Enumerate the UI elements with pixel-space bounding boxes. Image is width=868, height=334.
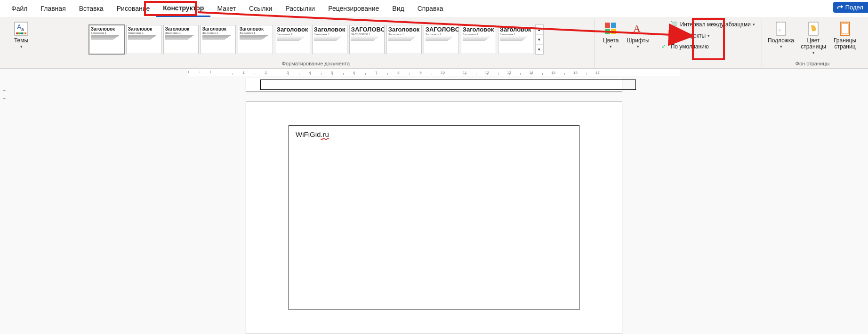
chevron-down-icon: ▾ <box>753 22 755 27</box>
paragraph-spacing-icon <box>671 21 678 28</box>
svg-text:a: a <box>21 27 24 32</box>
watermark-icon: A <box>773 21 789 37</box>
page-color-button[interactable]: Цвет страницы ▾ <box>797 19 830 58</box>
style-set-thumb[interactable]: ЗаголовокЗаголовок 1 <box>163 25 199 54</box>
group-label-formatting: Форматирование документа <box>282 60 350 68</box>
share-button[interactable]: Подел <box>833 2 868 13</box>
tab-mailings[interactable]: Рассылки <box>279 1 321 16</box>
gallery-up[interactable]: ▴ <box>536 25 543 35</box>
fonts-icon: A <box>630 21 646 37</box>
page-borders-label: Границы страниц <box>831 38 859 50</box>
fonts-button[interactable]: A Шрифты ▾ <box>625 19 652 52</box>
horizontal-ruler[interactable]: 1234567891011121314151617 <box>188 69 680 77</box>
tab-references[interactable]: Ссылки <box>242 1 279 16</box>
svg-point-13 <box>672 33 677 39</box>
svg-rect-4 <box>16 32 18 34</box>
svg-rect-6 <box>21 32 23 34</box>
svg-rect-8 <box>605 23 610 28</box>
paragraph-spacing-button[interactable]: Интервал между абзацами ▾ <box>660 20 756 29</box>
share-icon <box>837 4 844 11</box>
tab-view[interactable]: Вид <box>386 1 410 16</box>
chevron-down-icon: ▾ <box>637 44 639 50</box>
page-borders-icon <box>837 21 853 37</box>
style-set-thumb[interactable]: ЗаголовокЗаголовок 1 <box>498 25 533 54</box>
tab-home[interactable]: Главная <box>34 1 72 16</box>
set-default-label: По умолчанию <box>671 43 709 50</box>
chevron-down-icon: ▾ <box>812 50 815 56</box>
tab-review[interactable]: Рецензирование <box>321 1 386 16</box>
gallery-down[interactable]: ▾ <box>536 35 543 45</box>
set-default-button[interactable]: По умолчанию <box>660 42 756 51</box>
tab-draw[interactable]: Рисование <box>110 1 157 16</box>
document-area: 1234567891011121314151617 –– WiFiGid.ru <box>0 69 868 334</box>
ribbon-tabs: Файл Главная Вставка Рисование Конструкт… <box>0 0 868 17</box>
svg-text:A: A <box>633 23 641 34</box>
watermark-label: Подложка <box>768 38 794 44</box>
vertical-ruler: –– <box>0 87 10 101</box>
colors-button[interactable]: Цвета ▾ <box>597 19 625 52</box>
style-set-thumb[interactable]: ЗаголовокЗаголовок 1 <box>89 25 124 54</box>
share-label: Подел <box>845 4 863 11</box>
style-set-thumb[interactable]: ЗаголовокЗаголовок 1 <box>275 25 310 54</box>
page-color-icon <box>805 21 821 37</box>
themes-icon: Aa <box>13 21 29 37</box>
svg-rect-11 <box>611 29 616 34</box>
style-set-thumb[interactable]: ЗАГОЛОВОКЗАГОЛОВОК 1 <box>349 25 385 54</box>
colors-icon <box>603 21 619 37</box>
tab-layout[interactable]: Макет <box>210 1 242 16</box>
chevron-down-icon: ▾ <box>780 44 782 50</box>
effects-button[interactable]: Эффекты ▾ <box>660 31 756 40</box>
svg-rect-9 <box>611 23 616 28</box>
tab-insert[interactable]: Вставка <box>72 1 110 16</box>
style-set-thumb[interactable]: ЗАГОЛОВОКЗаголовок 1 <box>424 25 459 54</box>
style-set-thumb[interactable]: ЗаголовокЗаголовок 1 <box>461 25 496 54</box>
page-color-label: Цвет страницы <box>798 38 829 50</box>
chevron-down-icon: ▾ <box>20 44 23 50</box>
chevron-down-icon: ▾ <box>610 44 612 50</box>
page-borders-button[interactable]: Границы страниц <box>830 19 860 52</box>
svg-rect-10 <box>605 29 610 34</box>
paragraph-spacing-label: Интервал между абзацами <box>680 21 751 28</box>
style-set-thumb[interactable]: ЗаголовокЗаголовок 1 <box>312 25 347 54</box>
themes-button[interactable]: Aa Темы ▾ <box>8 19 35 52</box>
gallery-scroll[interactable]: ▴▾▾ <box>535 24 544 55</box>
group-label-page-background: Фон страницы <box>796 60 830 68</box>
gallery-more[interactable]: ▾ <box>536 45 543 54</box>
style-gallery: ЗаголовокЗаголовок 1ЗаголовокЗаголовок 1… <box>88 19 544 60</box>
svg-rect-5 <box>18 32 21 34</box>
ribbon: Aa Темы ▾ ЗаголовокЗаголовок 1ЗаголовокЗ… <box>0 17 868 69</box>
page[interactable]: WiFiGid.ru <box>246 101 622 334</box>
chevron-down-icon: ▾ <box>707 33 710 38</box>
effects-label: Эффекты <box>680 32 706 39</box>
style-set-thumb[interactable]: ЗаголовокЗаголовок 1 <box>201 25 236 54</box>
tab-help[interactable]: Справка <box>411 1 450 16</box>
themes-label: Темы <box>14 38 28 44</box>
fonts-label: Шрифты <box>627 38 650 44</box>
watermark-button[interactable]: A Подложка ▾ <box>765 19 797 52</box>
style-set-thumb[interactable]: ЗаголовокЗаголовок 1 <box>238 25 273 54</box>
page-previous-stub <box>246 78 622 92</box>
style-set-thumb[interactable]: ЗаголовокЗаголовок 1 <box>386 25 422 54</box>
tab-design[interactable]: Конструктор <box>156 0 210 17</box>
document-text[interactable]: WiFiGid.ru <box>296 130 329 138</box>
effects-icon <box>671 32 678 40</box>
tab-file[interactable]: Файл <box>5 1 34 16</box>
style-set-thumb[interactable]: ЗаголовокЗаголовок 1 <box>126 25 161 54</box>
colors-label: Цвета <box>603 38 619 44</box>
svg-rect-7 <box>23 32 25 34</box>
